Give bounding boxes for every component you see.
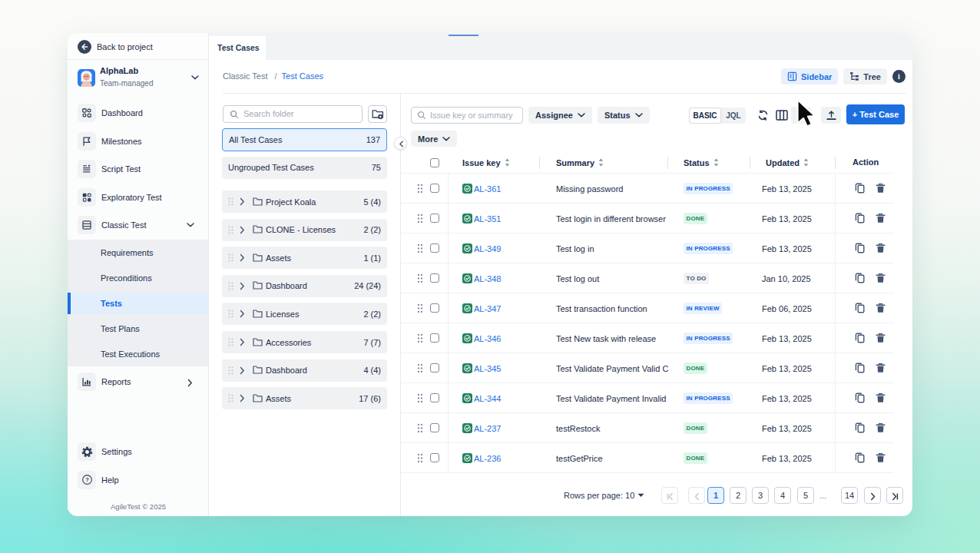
svg-text:?: ? xyxy=(85,476,89,483)
